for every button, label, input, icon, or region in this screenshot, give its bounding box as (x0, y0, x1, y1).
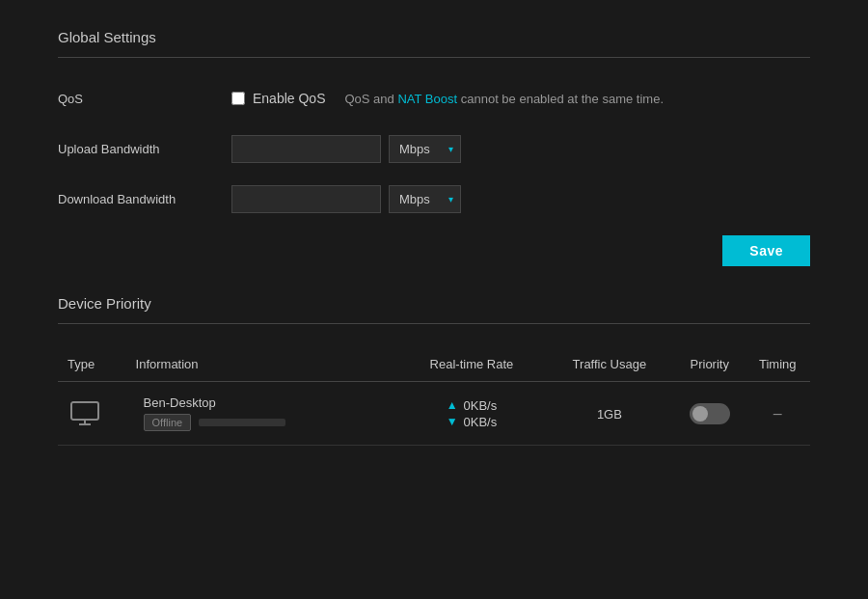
global-settings-title: Global Settings (58, 29, 810, 45)
qos-note: QoS and NAT Boost cannot be enabled at t… (345, 92, 665, 106)
col-header-type: Type (58, 347, 136, 382)
upload-bandwidth-controls: 1000 Mbps Kbps ▾ (231, 135, 461, 163)
device-priority-title: Device Priority (58, 295, 810, 312)
rate-down-value: 0KB/s (464, 415, 498, 429)
monitor-icon (68, 399, 102, 428)
toggle-slider (690, 403, 730, 424)
qos-label: QoS (58, 92, 231, 106)
traffic-usage-value: 1GB (597, 407, 622, 422)
table-header-row: Type Information Real-time Rate Traffic … (58, 347, 810, 382)
download-bandwidth-label: Download Bandwidth (58, 192, 231, 206)
device-name: Ben-Desktop (144, 395, 398, 410)
download-bandwidth-input[interactable]: 1000 (231, 185, 381, 213)
qos-row: QoS Enable QoS QoS and NAT Boost cannot … (58, 81, 810, 116)
upload-arrow-icon: ▲ (447, 398, 458, 412)
priority-toggle[interactable] (690, 403, 730, 424)
save-btn-row: Save (58, 235, 810, 266)
priority-table: Type Information Real-time Rate Traffic … (58, 347, 810, 446)
nat-boost-link[interactable]: NAT Boost (397, 92, 457, 106)
col-header-traffic-usage: Traffic Usage (545, 347, 674, 382)
qos-note-before: QoS and (345, 92, 398, 106)
download-bandwidth-row: Download Bandwidth 1000 Mbps Kbps ▾ (58, 181, 810, 216)
timing-value: – (773, 405, 782, 422)
col-header-timing: Timing (746, 347, 811, 382)
device-status-row: Offline (144, 414, 398, 431)
rate-cell: ▲ 0KB/s ▼ 0KB/s (398, 398, 545, 429)
upload-bandwidth-unit-wrapper: Mbps Kbps ▾ (389, 135, 461, 163)
qos-checkbox-label: Enable QoS (253, 91, 326, 106)
priority-cell (674, 382, 746, 446)
timing-cell: – (746, 382, 811, 446)
device-priority-divider (58, 323, 810, 324)
device-type-cell (58, 382, 136, 446)
download-bandwidth-unit-select[interactable]: Mbps Kbps (389, 185, 461, 213)
qos-controls: Enable QoS QoS and NAT Boost cannot be e… (231, 91, 664, 106)
download-bandwidth-unit-wrapper: Mbps Kbps ▾ (389, 185, 461, 213)
global-settings-divider (58, 57, 810, 58)
save-button[interactable]: Save (722, 235, 810, 266)
upload-bandwidth-row: Upload Bandwidth 1000 Mbps Kbps ▾ (58, 131, 810, 166)
rate-up-value: 0KB/s (464, 398, 498, 413)
rate-download: ▼ 0KB/s (447, 415, 498, 429)
status-bar (199, 419, 285, 426)
device-priority-section: Device Priority Type Information Real-ti… (58, 295, 810, 446)
col-header-information: Information (136, 347, 398, 382)
traffic-usage-cell: 1GB (545, 382, 674, 446)
realtime-rate-cell: ▲ 0KB/s ▼ 0KB/s (398, 382, 545, 446)
col-header-priority: Priority (674, 347, 746, 382)
table-row: Ben-Desktop Offline ▲ 0KB/s (58, 382, 810, 446)
global-settings-form: QoS Enable QoS QoS and NAT Boost cannot … (58, 81, 810, 216)
status-badge: Offline (144, 414, 192, 431)
svg-rect-0 (71, 402, 98, 420)
col-header-realtime-rate: Real-time Rate (398, 347, 545, 382)
rate-upload: ▲ 0KB/s (447, 398, 498, 413)
qos-checkbox[interactable] (231, 92, 245, 105)
upload-bandwidth-unit-select[interactable]: Mbps Kbps (389, 135, 461, 163)
download-bandwidth-controls: 1000 Mbps Kbps ▾ (231, 185, 461, 213)
qos-note-after: cannot be enabled at the same time. (457, 92, 664, 106)
upload-bandwidth-input[interactable]: 1000 (231, 135, 381, 163)
device-info-cell: Ben-Desktop Offline (136, 382, 398, 446)
download-arrow-icon: ▼ (447, 415, 458, 428)
qos-checkbox-group: Enable QoS (231, 91, 326, 106)
upload-bandwidth-label: Upload Bandwidth (58, 142, 231, 156)
